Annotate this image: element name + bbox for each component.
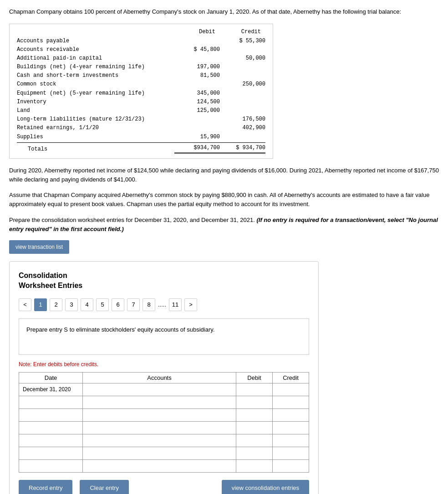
date-cell-0[interactable] <box>19 383 83 396</box>
account-cell-0[interactable] <box>83 383 236 396</box>
account-input-5[interactable] <box>85 449 234 457</box>
pagination-page-4[interactable]: 4 <box>81 298 93 311</box>
trial-balance-row: Cash and short-term investments 81,500 <box>17 71 265 80</box>
account-input-6[interactable] <box>85 462 234 470</box>
trial-balance-row: Accounts receivable $ 45,800 <box>17 45 265 54</box>
view-transaction-list-button[interactable]: view transaction list <box>9 240 69 254</box>
debit-cell-0[interactable] <box>236 383 273 396</box>
credit-input-6[interactable] <box>275 462 307 470</box>
credit-input-3[interactable] <box>275 423 307 432</box>
account-cell-5[interactable] <box>83 447 236 459</box>
account-cell-2[interactable] <box>83 408 236 421</box>
trial-balance-container: Debit Credit Accounts payable $ 55,300 A… <box>9 24 273 159</box>
date-cell-5[interactable] <box>19 447 83 459</box>
pagination-page-2[interactable]: 2 <box>50 298 62 311</box>
trial-balance-row: Land 125,000 <box>17 106 265 115</box>
debit-input-6[interactable] <box>238 462 270 470</box>
date-input-2[interactable] <box>21 411 81 419</box>
trial-balance-row: Accounts payable $ 55,300 <box>17 37 265 45</box>
pagination-page-8[interactable]: 8 <box>143 298 155 311</box>
pagination-next[interactable]: > <box>184 298 197 311</box>
debit-cell-1[interactable] <box>236 396 273 408</box>
account-input-3[interactable] <box>85 423 234 432</box>
debit-input-0[interactable] <box>238 385 270 393</box>
date-input-3[interactable] <box>21 423 81 432</box>
account-cell-3[interactable] <box>83 421 236 434</box>
date-input-4[interactable] <box>21 436 81 444</box>
date-cell-2[interactable] <box>19 408 83 421</box>
totals-debit: $934,700 <box>174 144 220 154</box>
date-cell-4[interactable] <box>19 434 83 447</box>
tb-row-label: Accounts receivable <box>17 45 174 54</box>
account-input-4[interactable] <box>85 436 234 444</box>
account-cell-6[interactable] <box>83 459 236 472</box>
clear-entry-button[interactable]: Clear entry <box>80 480 129 494</box>
debit-cell-3[interactable] <box>236 421 273 434</box>
tb-row-label: Common stock <box>17 80 174 89</box>
date-cell-6[interactable] <box>19 459 83 472</box>
pagination-page-1[interactable]: 1 <box>34 298 47 311</box>
col-credit: Credit <box>273 372 309 383</box>
credit-cell-2[interactable] <box>273 408 309 421</box>
tb-row-label: Long-term liabilities (mature 12/31/23) <box>17 115 174 124</box>
entry-description: Prepare entry S to eliminate stockholder… <box>19 318 309 355</box>
debit-input-2[interactable] <box>238 411 270 419</box>
pagination-prev[interactable]: < <box>19 298 31 311</box>
tb-row-label: Buildings (net) (4-year remaining life) <box>17 63 174 71</box>
pagination-page-5[interactable]: 5 <box>96 298 109 311</box>
tb-row-label: Land <box>17 106 174 115</box>
account-input-0[interactable] <box>85 385 234 393</box>
debit-input-1[interactable] <box>238 398 270 406</box>
totals-credit: $ 934,700 <box>220 144 265 154</box>
account-input-2[interactable] <box>85 411 234 419</box>
pagination-page-3[interactable]: 3 <box>65 298 78 311</box>
trial-balance-totals-row: Totals $934,700 $ 934,700 <box>17 142 265 154</box>
tb-row-label: Inventory <box>17 98 174 106</box>
debit-cell-6[interactable] <box>236 459 273 472</box>
credit-cell-4[interactable] <box>273 434 309 447</box>
date-input-6[interactable] <box>21 462 81 470</box>
credit-input-5[interactable] <box>275 449 307 457</box>
record-entry-button[interactable]: Record entry <box>19 480 72 494</box>
table-row <box>19 434 309 447</box>
pagination-page-6[interactable]: 6 <box>112 298 124 311</box>
credit-input-2[interactable] <box>275 411 307 419</box>
view-consolidation-entries-button[interactable]: view consolidation entries <box>222 480 309 494</box>
credit-input-0[interactable] <box>275 385 307 393</box>
tb-row-credit: 50,000 <box>220 54 265 63</box>
trial-balance-row: Inventory 124,500 <box>17 98 265 106</box>
credit-input-4[interactable] <box>275 436 307 444</box>
debit-input-3[interactable] <box>238 423 270 432</box>
tb-row-credit: 176,500 <box>220 115 265 124</box>
credit-cell-0[interactable] <box>273 383 309 396</box>
account-cell-4[interactable] <box>83 434 236 447</box>
entry-note: Note: Enter debits before credits. <box>19 361 309 368</box>
date-input-5[interactable] <box>21 449 81 457</box>
debit-cell-5[interactable] <box>236 447 273 459</box>
account-input-1[interactable] <box>85 398 234 406</box>
credit-cell-6[interactable] <box>273 459 309 472</box>
account-cell-1[interactable] <box>83 396 236 408</box>
tb-row-debit: 15,900 <box>174 133 220 141</box>
credit-input-1[interactable] <box>275 398 307 406</box>
pagination-page-7[interactable]: 7 <box>127 298 140 311</box>
credit-cell-1[interactable] <box>273 396 309 408</box>
tb-row-label: Supplies <box>17 133 174 141</box>
credit-cell-3[interactable] <box>273 421 309 434</box>
journal-tbody <box>19 383 309 472</box>
totals-label: Totals <box>17 145 174 154</box>
trial-balance-row: Equipment (net) (5-year remaining life) … <box>17 89 265 98</box>
debit-cell-2[interactable] <box>236 408 273 421</box>
debit-cell-4[interactable] <box>236 434 273 447</box>
date-input-1[interactable] <box>21 398 81 406</box>
trial-balance-rows: Accounts payable $ 55,300 Accounts recei… <box>17 37 265 141</box>
date-cell-1[interactable] <box>19 396 83 408</box>
debit-input-4[interactable] <box>238 436 270 444</box>
credit-cell-5[interactable] <box>273 447 309 459</box>
pagination-page-11[interactable]: 11 <box>169 298 182 311</box>
date-cell-3[interactable] <box>19 421 83 434</box>
intro-text: Chapman Company obtains 100 percent of A… <box>9 7 439 16</box>
date-input-0[interactable] <box>21 385 81 393</box>
debit-input-5[interactable] <box>238 449 270 457</box>
trial-balance-row: Buildings (net) (4-year remaining life) … <box>17 63 265 71</box>
